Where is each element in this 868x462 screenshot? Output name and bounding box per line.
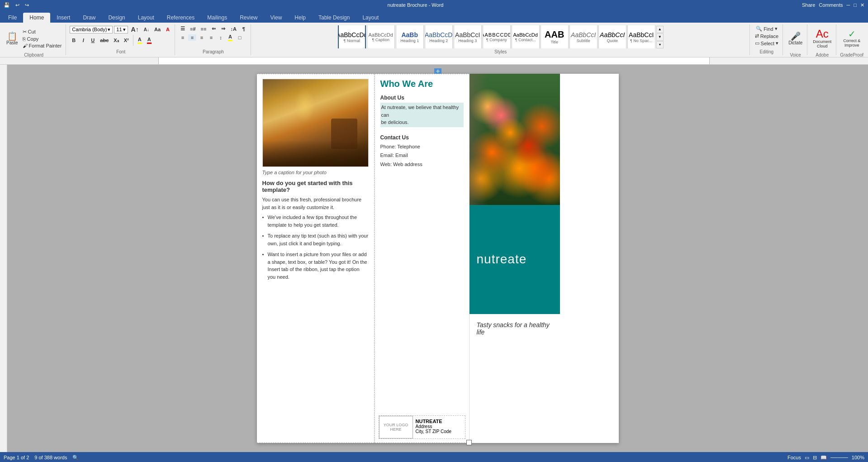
- tab-help[interactable]: Help: [288, 13, 312, 23]
- tab-mailings[interactable]: Mailings: [201, 13, 233, 23]
- view-print-layout[interactable]: ▭: [805, 455, 809, 461]
- logo-placeholder[interactable]: YOUR LOGO HERE: [379, 416, 413, 438]
- tab-review[interactable]: Review: [233, 13, 264, 23]
- col1-body[interactable]: You can use this fresh, professional bro…: [262, 196, 369, 211]
- tab-file[interactable]: File: [2, 13, 23, 23]
- style-quote[interactable]: AaBbCcI Quote: [598, 25, 626, 48]
- justify-button[interactable]: ≡: [207, 34, 215, 41]
- tab-references[interactable]: References: [161, 13, 201, 23]
- style-heading3[interactable]: AaBbCcI Heading 3: [454, 25, 482, 48]
- style-nospace[interactable]: AaBbCcI ¶ No Spac...: [627, 25, 655, 48]
- styles-expand[interactable]: ▾: [656, 41, 664, 48]
- strikethrough-button[interactable]: abc: [98, 37, 110, 43]
- show-marks-button[interactable]: ¶: [240, 26, 248, 32]
- tab-layout[interactable]: Layout: [132, 13, 161, 23]
- style-contact[interactable]: AaBbCcDd ¶ Contact...: [512, 25, 540, 48]
- select-dropdown-icon[interactable]: ▾: [776, 40, 778, 46]
- font-family-dropdown-icon[interactable]: ▾: [108, 27, 110, 33]
- shading-button[interactable]: A: [226, 33, 234, 42]
- adobe-cloud-button[interactable]: Ac DocumentCloud: [811, 25, 833, 52]
- contact-heading[interactable]: Contact Us: [380, 134, 464, 141]
- word-count[interactable]: 9 of 388 words: [34, 455, 67, 460]
- tab-home[interactable]: Home: [23, 13, 50, 23]
- tab-layout2[interactable]: Layout: [356, 13, 385, 23]
- about-heading[interactable]: About Us: [380, 95, 464, 101]
- decrease-indent-button[interactable]: ⇐: [209, 25, 218, 32]
- font-color-button[interactable]: A: [145, 36, 153, 44]
- quick-access-undo[interactable]: ↩: [15, 2, 19, 8]
- italic-button[interactable]: I: [79, 37, 87, 43]
- change-case-button[interactable]: Aa: [152, 26, 162, 33]
- correct-improve-button[interactable]: ✓ Correct &Improve: [841, 25, 862, 52]
- superscript-button[interactable]: X²: [122, 37, 131, 43]
- focus-button[interactable]: Focus: [787, 455, 801, 460]
- tab-tabledesign[interactable]: Table Design: [312, 13, 356, 23]
- page-info[interactable]: Page 1 of 2: [4, 455, 29, 460]
- brand-name[interactable]: nutreate: [477, 252, 527, 267]
- dictate-button[interactable]: 🎤 Dictate: [787, 25, 804, 52]
- font-shrink-button[interactable]: A↓: [142, 27, 151, 33]
- styles-scroll-down[interactable]: ▼: [656, 33, 664, 41]
- bullet-item-2[interactable]: To replace any tip text (such as this) w…: [262, 232, 369, 247]
- find-button[interactable]: 🔍 Find ▾: [754, 25, 778, 32]
- close-button[interactable]: ✕: [860, 2, 864, 8]
- col1-heading[interactable]: How do you get started with this templat…: [262, 180, 369, 193]
- clear-formatting-button[interactable]: A: [164, 26, 172, 33]
- copy-button[interactable]: ⎘ Copy: [21, 36, 63, 42]
- tab-view[interactable]: View: [264, 13, 289, 23]
- bullet-item-3[interactable]: Want to insert a picture from your files…: [262, 251, 369, 281]
- style-title[interactable]: AAB Title: [541, 25, 569, 48]
- quick-access-save[interactable]: 💾: [4, 2, 10, 8]
- multilevel-button[interactable]: ≡≡: [199, 26, 209, 32]
- borders-button[interactable]: □: [236, 34, 244, 41]
- align-right-button[interactable]: ≡: [198, 34, 206, 41]
- increase-indent-button[interactable]: ⇒: [219, 25, 227, 32]
- comments-button[interactable]: Comments: [819, 2, 843, 8]
- about-text[interactable]: At nutreate, we believe that healthy can…: [380, 103, 464, 127]
- minimize-button[interactable]: ─: [847, 2, 850, 8]
- replace-button[interactable]: ⇄ Replace: [754, 33, 780, 39]
- zoom-slider[interactable]: ─────: [830, 455, 848, 460]
- font-family-selector[interactable]: Cambria (Body) ▾: [70, 26, 113, 33]
- cut-button[interactable]: ✂ Cut: [21, 29, 63, 35]
- font-grow-button[interactable]: A↑: [129, 25, 141, 33]
- bold-button[interactable]: B: [70, 37, 78, 43]
- photo-flowers[interactable]: [470, 74, 560, 205]
- subscript-button[interactable]: X₂: [112, 37, 120, 44]
- style-normal[interactable]: AaBbCcDd ¶ Normal: [338, 25, 366, 48]
- underline-button[interactable]: U: [89, 37, 97, 43]
- maximize-button[interactable]: □: [854, 2, 857, 8]
- contact-info[interactable]: Phone: Telephone Email: Email Web: Web a…: [380, 143, 464, 169]
- text-highlight-button[interactable]: A: [136, 36, 144, 44]
- photo-kitchen[interactable]: [262, 79, 369, 167]
- styles-scroll-up[interactable]: ▲: [656, 26, 664, 33]
- document-scroll[interactable]: ✛ Type a caption for your photo: [7, 65, 868, 452]
- style-company[interactable]: AABBCCDD ¶ Company: [483, 25, 511, 48]
- tagline-text[interactable]: Tasty snacks for a healthy life: [477, 321, 553, 336]
- share-button[interactable]: Share: [802, 2, 815, 8]
- find-dropdown-icon[interactable]: ▾: [775, 26, 778, 32]
- sort-button[interactable]: ↕A: [228, 26, 238, 32]
- align-left-button[interactable]: ≡: [179, 34, 187, 41]
- style-heading1[interactable]: AaBb Heading 1: [396, 25, 424, 48]
- style-caption[interactable]: AaBbCcDd ¶ Caption: [367, 25, 395, 48]
- align-center-button[interactable]: ≡: [188, 34, 196, 41]
- table-move-handle[interactable]: ✛: [434, 68, 441, 74]
- view-web-layout[interactable]: ⊟: [813, 455, 817, 461]
- tab-draw[interactable]: Draw: [76, 13, 102, 23]
- quick-access-redo[interactable]: ↪: [25, 2, 29, 8]
- paste-button[interactable]: 📋 Paste: [5, 25, 20, 52]
- format-painter-button[interactable]: 🖌 Format Painter: [21, 43, 63, 49]
- font-size-dropdown-icon[interactable]: ▾: [123, 27, 126, 33]
- select-button[interactable]: ▭ Select ▾: [754, 40, 780, 47]
- who-we-are-title[interactable]: Who We Are: [380, 79, 464, 89]
- view-read-mode[interactable]: 📖: [821, 455, 827, 461]
- bullet-item-1[interactable]: We've included a few tips throughout the…: [262, 214, 369, 229]
- numbering-button[interactable]: ≡#: [188, 26, 198, 32]
- bullets-button[interactable]: ☰: [179, 25, 187, 32]
- line-spacing-button[interactable]: ↕: [217, 34, 225, 41]
- style-subtitle[interactable]: AaBbCcI Subtitle: [569, 25, 598, 48]
- zoom-level[interactable]: 100%: [852, 455, 864, 460]
- style-heading2[interactable]: AaBbCcD Heading 2: [425, 25, 453, 48]
- font-size-selector[interactable]: 11 ▾: [114, 26, 128, 33]
